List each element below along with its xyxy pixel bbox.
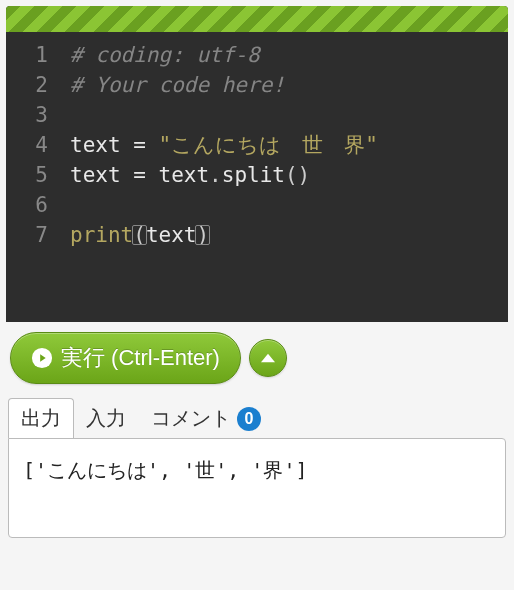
tab-input[interactable]: 入力 <box>73 398 139 438</box>
code-content[interactable]: # coding: utf-8 # Your code here! text =… <box>66 40 508 262</box>
code-paren-open: ( <box>133 223 146 247</box>
code-punct: . <box>209 163 222 187</box>
code-operator: = <box>121 133 159 157</box>
line-number: 6 <box>6 190 48 220</box>
code-variable: text <box>159 163 210 187</box>
tab-comment[interactable]: コメント 0 <box>138 398 274 438</box>
code-builtin: print <box>70 223 133 247</box>
code-paren-close: ) <box>196 223 209 247</box>
run-options-toggle[interactable] <box>249 339 287 377</box>
line-number: 2 <box>6 70 48 100</box>
comment-count-badge: 0 <box>237 407 261 431</box>
code-operator: = <box>121 163 159 187</box>
code-variable: text <box>70 163 121 187</box>
tab-output[interactable]: 出力 <box>8 398 74 438</box>
output-text: ['こんにちは', '世', '界'] <box>23 458 308 482</box>
code-editor: 1 2 3 4 5 6 7 # coding: utf-8 # Your cod… <box>6 6 508 322</box>
run-button[interactable]: 実行 (Ctrl-Enter) <box>10 332 241 384</box>
run-controls: 実行 (Ctrl-Enter) <box>6 322 508 394</box>
code-string: "こんにちは 世 界" <box>159 133 378 157</box>
code-area[interactable]: 1 2 3 4 5 6 7 # coding: utf-8 # Your cod… <box>6 32 508 322</box>
line-number: 5 <box>6 160 48 190</box>
line-number: 1 <box>6 40 48 70</box>
code-comment: # Your code here! <box>70 73 285 97</box>
line-number: 7 <box>6 220 48 250</box>
editor-decorative-bar <box>6 6 508 32</box>
tab-label: 出力 <box>21 405 61 432</box>
line-number-gutter: 1 2 3 4 5 6 7 <box>6 40 66 262</box>
line-number: 4 <box>6 130 48 160</box>
code-variable: text <box>146 223 197 247</box>
code-variable: text <box>70 133 121 157</box>
line-number: 3 <box>6 100 48 130</box>
output-tabs: 出力 入力 コメント 0 <box>6 398 508 438</box>
run-button-label: 実行 (Ctrl-Enter) <box>61 343 220 373</box>
chevron-up-icon <box>261 351 275 365</box>
tab-label: コメント <box>151 405 231 432</box>
code-parens: () <box>285 163 310 187</box>
code-comment: # coding: utf-8 <box>70 43 260 67</box>
play-circle-icon <box>31 347 53 369</box>
output-panel: ['こんにちは', '世', '界'] <box>8 438 506 538</box>
tab-label: 入力 <box>86 405 126 432</box>
code-method: split <box>222 163 285 187</box>
